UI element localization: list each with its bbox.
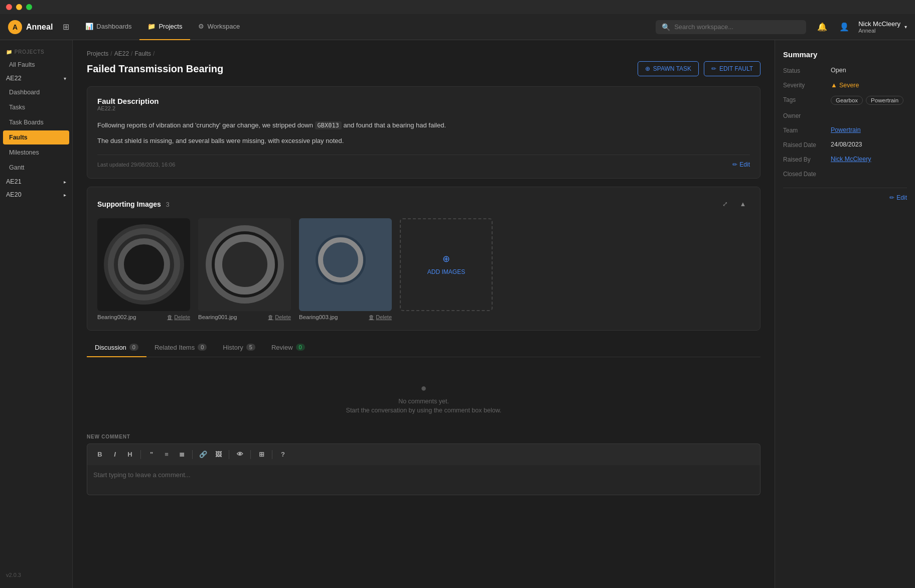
summary-raised-by-row: Raised By Nick McCleery	[783, 156, 907, 163]
empty-icon: ●	[420, 382, 426, 394]
projects-icon: 📁	[147, 23, 156, 30]
card-header: Fault Description AE22.2	[97, 97, 750, 117]
sidebar-project-ae20[interactable]: AE20 ▸	[0, 188, 72, 201]
ae21-chevron-icon: ▸	[64, 179, 66, 185]
summary-status-row: Status Open	[783, 67, 907, 74]
sidebar-project-ae22[interactable]: AE22 ▾	[0, 72, 72, 85]
discussion-empty-state: ● No comments yet. Start the conversatio…	[87, 367, 760, 426]
nav-grid-icon[interactable]: ⊞	[63, 22, 69, 32]
image-thumb-3[interactable]	[299, 218, 392, 311]
header-actions: ⊕ SPAWN TASK ✏ EDIT FAULT	[638, 61, 760, 76]
search-bar[interactable]: 🔍	[656, 20, 806, 34]
raised-date-label: Raised Date	[783, 141, 831, 149]
sidebar-item-milestones[interactable]: Milestones	[3, 145, 69, 160]
image-thumb-1[interactable]	[97, 218, 190, 311]
sidebar-item-tasks[interactable]: Tasks	[3, 100, 69, 114]
closed-date-label: Closed Date	[783, 170, 831, 178]
tab-review[interactable]: Review 0	[263, 339, 313, 357]
tab-related-items[interactable]: Related Items 0	[146, 339, 215, 357]
supporting-images-card: Supporting Images 3 ⤢ ▲ Bearing002.jpg	[87, 187, 760, 331]
sidebar-item-dashboard[interactable]: Dashboard	[3, 85, 69, 99]
spawn-task-button[interactable]: ⊕ SPAWN TASK	[638, 61, 699, 76]
toolbar-link[interactable]: 🔗	[197, 448, 210, 461]
fault-desc-para2: The dust shield is missing, and several …	[97, 136, 750, 146]
user-area[interactable]: Nick McCleery Anneal ▾	[858, 20, 907, 34]
search-input[interactable]	[674, 23, 800, 31]
add-images-button[interactable]: ⊕ ADD IMAGES	[400, 218, 493, 311]
dashboards-icon: 📊	[85, 23, 93, 30]
comment-input[interactable]: Start typing to leave a comment...	[87, 465, 760, 495]
toolbar-table[interactable]: ⊞	[255, 448, 268, 461]
add-images-container: ⊕ ADD IMAGES	[400, 218, 493, 311]
toolbar-quote[interactable]: "	[145, 448, 158, 461]
toolbar-heading[interactable]: H	[123, 448, 136, 461]
tab-discussion[interactable]: Discussion 0	[87, 339, 146, 357]
delete-image-2-button[interactable]: 🗑 Delete	[268, 314, 291, 320]
trash-icon-2: 🗑	[268, 314, 273, 320]
minimize-button[interactable]	[16, 4, 22, 10]
user-chevron-icon: ▾	[904, 24, 907, 30]
breadcrumb-faults[interactable]: Faults	[134, 50, 151, 57]
toolbar-preview[interactable]: 👁	[233, 448, 246, 461]
bearing-image-2	[198, 218, 291, 311]
sidebar-item-taskboards[interactable]: Task Boards	[3, 115, 69, 129]
team-label: Team	[783, 126, 831, 134]
images-title-area: Supporting Images 3	[97, 200, 170, 208]
toolbar-sep-4	[250, 450, 251, 459]
nav-dashboards[interactable]: 📊 Dashboards	[77, 14, 139, 40]
tags-container: Gearbox Powertrain	[831, 96, 903, 105]
edit-fault-button[interactable]: ✏ EDIT FAULT	[704, 61, 760, 76]
logo-area[interactable]: A Anneal	[8, 20, 53, 34]
image-thumb-2[interactable]	[198, 218, 291, 311]
delete-image-3-button[interactable]: 🗑 Delete	[369, 314, 392, 320]
toolbar-help[interactable]: ?	[276, 448, 289, 461]
team-link[interactable]: Powertrain	[831, 126, 861, 133]
user-org: Anneal	[858, 28, 900, 34]
toolbar-ul[interactable]: ≡	[160, 448, 173, 461]
tab-history[interactable]: History 5	[215, 339, 263, 357]
severity-icon: ▲	[831, 81, 837, 89]
main-content: Projects / AE22 / Faults / Failed Transm…	[73, 40, 775, 588]
delete-image-1-button[interactable]: 🗑 Delete	[167, 314, 190, 320]
logo-icon: A	[8, 20, 22, 34]
image-name-3: Bearing003.jpg	[299, 314, 338, 320]
nav-projects[interactable]: 📁 Projects	[139, 14, 190, 40]
toolbar-italic[interactable]: I	[108, 448, 121, 461]
sidebar-section-label: 📁 PROJECTS	[6, 49, 66, 55]
breadcrumb-ae22[interactable]: AE22	[114, 50, 129, 57]
sidebar-all-faults[interactable]: All Faults	[3, 58, 69, 71]
close-button[interactable]	[6, 4, 12, 10]
owner-label: Owner	[783, 112, 831, 119]
sidebar: 📁 PROJECTS All Faults AE22 ▾ Dashboard T…	[0, 40, 73, 588]
fault-edit-button[interactable]: ✏ Edit	[732, 161, 750, 168]
toolbar-ol[interactable]: ≣	[175, 448, 188, 461]
fault-desc-body: Following reports of vibration and 'crun…	[97, 120, 750, 146]
images-expand-icon[interactable]: ⤢	[718, 197, 732, 211]
top-nav: A Anneal ⊞ 📊 Dashboards 📁 Projects ⚙ Wor…	[0, 14, 915, 40]
nav-workspace[interactable]: ⚙ Workspace	[190, 14, 248, 40]
images-count: 3	[166, 201, 169, 208]
raised-by-value: Nick McCleery	[831, 156, 907, 163]
images-collapse-icon[interactable]: ▲	[736, 197, 750, 211]
bearing-image-3	[299, 218, 392, 311]
fullscreen-button[interactable]	[26, 4, 32, 10]
tags-label: Tags	[783, 96, 831, 103]
summary-edit-button[interactable]: ✏ Edit	[889, 194, 907, 201]
sidebar-project-ae21[interactable]: AE21 ▸	[0, 175, 72, 188]
toolbar-image[interactable]: 🖼	[212, 448, 225, 461]
summary-edit-icon: ✏	[889, 194, 894, 201]
fault-desc-title: Fault Description	[97, 97, 159, 105]
breadcrumb-projects[interactable]: Projects	[87, 50, 108, 57]
toolbar-sep-5	[272, 450, 272, 459]
summary-closed-date-row: Closed Date	[783, 170, 907, 178]
ae22-chevron-icon: ▾	[64, 76, 66, 81]
toolbar-bold[interactable]: B	[93, 448, 106, 461]
raised-by-link[interactable]: Nick McCleery	[831, 156, 871, 163]
sidebar-item-gantt[interactable]: Gantt	[3, 161, 69, 175]
user-avatar[interactable]: 👤	[836, 19, 852, 35]
notifications-button[interactable]: 🔔	[814, 19, 830, 35]
user-name: Nick McCleery	[858, 20, 900, 28]
sidebar-item-faults[interactable]: Faults	[3, 130, 69, 144]
related-items-badge: 0	[198, 344, 207, 351]
images-actions: ⤢ ▲	[718, 197, 750, 211]
